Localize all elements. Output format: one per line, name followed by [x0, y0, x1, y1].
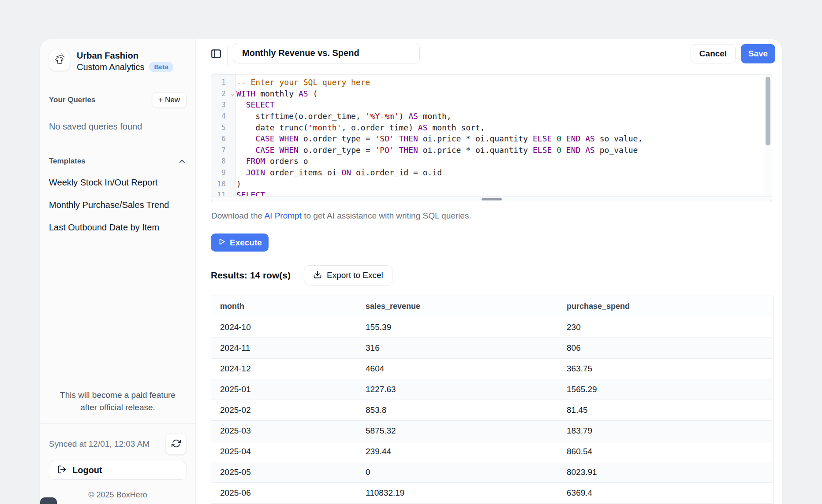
code-text[interactable]: FROM orders o: [236, 156, 308, 166]
export-excel-button[interactable]: Export to Excel: [304, 265, 392, 285]
table-row: 2024-11316806: [211, 337, 773, 358]
app-card: Urban Fashion Custom Analytics Beta Your…: [40, 39, 782, 504]
table-cell: 155.39: [357, 317, 558, 337]
refresh-button[interactable]: [165, 434, 187, 455]
table-cell: 2025-03: [211, 420, 357, 441]
editor-line: 11SELECT: [211, 189, 764, 196]
table-cell: 110832.19: [357, 482, 558, 503]
templates-header-row: Templates: [49, 157, 187, 166]
table-cell: 239.44: [357, 441, 558, 462]
ai-prompt-link[interactable]: AI Prompt: [264, 211, 301, 220]
workspace-header: Urban Fashion Custom Analytics Beta: [49, 50, 187, 73]
editor-line: 9 JOIN order_items oi ON oi.order_id = o…: [211, 167, 764, 178]
code-text[interactable]: WITH monthly AS (: [236, 89, 318, 98]
table-cell: 853.8: [357, 400, 558, 420]
sql-editor[interactable]: 1-- Enter your SQL query here2⌄WITH mont…: [211, 74, 772, 202]
line-number: 3: [211, 100, 229, 109]
download-icon: [313, 270, 322, 281]
query-title-input[interactable]: [233, 43, 420, 63]
code-text[interactable]: -- Enter your SQL query here: [236, 78, 370, 87]
results-table: monthsales_revenuepurchase_spend 2024-10…: [211, 296, 773, 504]
chevron-up-icon[interactable]: [178, 157, 187, 166]
your-queries-row: Your Queries + New: [49, 92, 187, 108]
table-cell: 4604: [357, 358, 558, 379]
table-header-row: monthsales_revenuepurchase_spend: [211, 296, 773, 317]
copyright: © 2025 BoxHero: [40, 490, 195, 500]
ai-prompt-note: Download the AI Prompt to get AI assista…: [211, 211, 471, 221]
export-label: Export to Excel: [327, 271, 383, 280]
template-item[interactable]: Weekly Stock In/Out Report: [49, 177, 187, 188]
table-cell: 0: [357, 462, 558, 482]
save-button[interactable]: Save: [741, 44, 775, 63]
line-number: 8: [211, 157, 229, 165]
column-header: purchase_spend: [558, 296, 773, 317]
sidebar-divider: [40, 423, 195, 424]
editor-code-area[interactable]: 1-- Enter your SQL query here2⌄WITH mont…: [211, 74, 764, 196]
code-text[interactable]: JOIN order_items oi ON oi.order_id = o.i…: [236, 168, 442, 177]
table-row: 2024-10155.39230: [211, 317, 773, 337]
synced-text: Synced at 12/01, 12:03 AM: [49, 439, 149, 449]
execute-button[interactable]: Execute: [211, 233, 269, 252]
sync-status-row: Synced at 12/01, 12:03 AM: [49, 434, 187, 455]
ai-note-suffix: to get AI assistance with writing SQL qu…: [302, 211, 471, 220]
table-cell: 806: [558, 337, 773, 358]
template-item[interactable]: Last Outbound Date by Item: [49, 222, 187, 233]
cancel-button[interactable]: Cancel: [691, 44, 736, 63]
editor-resize-handle[interactable]: [482, 198, 502, 200]
table-cell: 1227.63: [357, 379, 558, 400]
templates-label: Templates: [49, 157, 86, 166]
fold-chevron-icon[interactable]: ⌄: [229, 90, 236, 97]
table-cell: 1565.29: [558, 379, 773, 400]
editor-scrollbar-thumb[interactable]: [766, 77, 770, 145]
table-cell: 2024-12: [211, 358, 357, 379]
code-text[interactable]: date_trunc('month', o.order_time) AS mon…: [236, 123, 485, 132]
sidebar-toggle-button[interactable]: [209, 48, 223, 61]
editor-bottom-bar: [211, 196, 772, 202]
template-item[interactable]: Monthly Purchase/Sales Trend: [49, 199, 187, 211]
table-row: 2025-06110832.196369.4: [211, 482, 773, 503]
table-cell: 2025-06: [211, 482, 357, 503]
table-row: 2025-04239.44860.54: [211, 441, 773, 462]
logout-button[interactable]: Logout: [49, 461, 187, 480]
code-text[interactable]: CASE WHEN o.order_type = 'SO' THEN oi.pr…: [236, 134, 643, 143]
table-cell: 5875.32: [357, 420, 558, 441]
table-row: 2024-124604363.75: [211, 358, 773, 379]
code-text[interactable]: SELECT: [236, 100, 275, 109]
table-cell: 2025-04: [211, 441, 357, 462]
code-text[interactable]: strftime(o.order_time, '%Y-%m') AS month…: [236, 111, 452, 121]
table-cell: 2025-05: [211, 462, 357, 482]
table-cell: 2024-11: [211, 337, 357, 358]
column-header: month: [211, 296, 357, 317]
paid-feature-note: This will become a paid feature after of…: [40, 389, 195, 414]
line-number: 1: [211, 78, 229, 86]
table-body: 2024-10155.392302024-113168062024-124604…: [211, 317, 773, 504]
editor-line: 6 CASE WHEN o.order_type = 'SO' THEN oi.…: [211, 133, 764, 145]
table-cell: 6369.4: [558, 482, 773, 503]
code-text[interactable]: ): [236, 179, 241, 189]
refresh-icon: [172, 439, 181, 449]
table-row: 2025-02853.881.45: [211, 400, 773, 420]
table-cell: 2025-02: [211, 400, 357, 420]
workspace-logo: [49, 50, 70, 71]
paid-note-line2: after official release.: [80, 403, 155, 412]
tshirt-icon: [52, 52, 67, 69]
editor-line: 1-- Enter your SQL query here: [211, 77, 764, 88]
line-number: 2: [211, 89, 229, 98]
sidebar: Urban Fashion Custom Analytics Beta Your…: [40, 39, 196, 504]
app-title: Custom Analytics: [77, 61, 144, 73]
editor-line: 8 FROM orders o: [211, 156, 764, 167]
results-summary: Results: 14 row(s): [211, 270, 291, 281]
code-text[interactable]: CASE WHEN o.order_type = 'PO' THEN oi.pr…: [236, 145, 638, 155]
table-row: 2025-011227.631565.29: [211, 379, 773, 400]
table-cell: 8023.91: [558, 462, 773, 482]
table-cell: 316: [357, 337, 558, 358]
new-query-button[interactable]: + New: [152, 92, 187, 108]
editor-line: 4 strftime(o.order_time, '%Y-%m') AS mon…: [211, 111, 764, 122]
empty-queries-text: No saved queries found: [49, 122, 187, 132]
editor-line: 3 SELECT: [211, 99, 764, 111]
table-cell: 2025-01: [211, 379, 357, 400]
table-cell: 2024-10: [211, 317, 357, 337]
paid-note-line1: This will become a paid feature: [60, 390, 176, 400]
code-text[interactable]: SELECT: [236, 190, 265, 196]
execute-label: Execute: [230, 238, 262, 248]
